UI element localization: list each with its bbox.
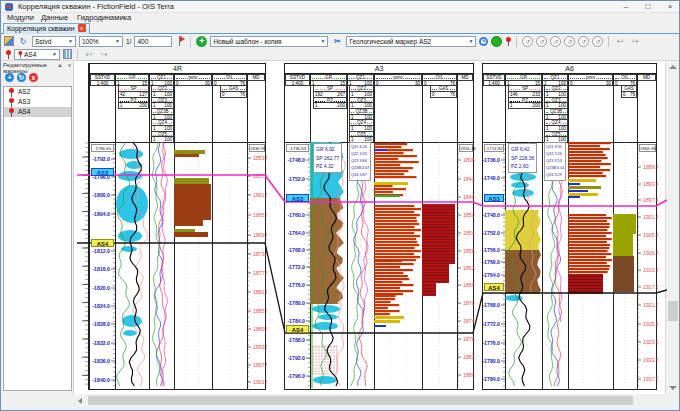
svg-text:-1800.0: -1800.0 — [92, 192, 110, 198]
marker-label-AS4[interactable]: AS4 — [484, 283, 504, 291]
vertical-scroll-thumb[interactable] — [668, 301, 678, 321]
svg-text:1870.0: 1870.0 — [463, 300, 475, 306]
tools-icon[interactable]: ✂ — [331, 35, 343, 47]
marker-label-AS3[interactable]: AS3 — [484, 194, 504, 202]
svg-text:-1784.0: -1784.0 — [483, 376, 500, 382]
minimize-button[interactable]: – — [615, 1, 637, 13]
horizontal-scrollbar[interactable] — [74, 394, 667, 407]
app-window: Корреляция скважин - FictionField - OIS … — [0, 0, 680, 411]
marker-label-AS4[interactable]: AS4 — [286, 325, 309, 333]
marker-item-AS3[interactable]: AS3 — [4, 97, 71, 107]
add-marker-button[interactable]: + — [5, 73, 14, 82]
svg-text:-1768.0: -1768.0 — [483, 302, 500, 308]
menu-item-hydrodynamics[interactable]: Гидродинамика — [77, 13, 131, 23]
log-tracks-graphic: -1748.0-1752.0-1760.0-1764.0-1768.0-1772… — [285, 64, 475, 391]
well-panel-A3: A3SSTVD1:400GR115SP192267PZ1200QZ11100QZ… — [284, 63, 474, 390]
svg-text:-1760.0: -1760.0 — [287, 212, 305, 218]
template-combobox[interactable]: Новый шаблон - копия▼ — [210, 36, 328, 47]
scale-input[interactable]: 400 — [134, 36, 172, 47]
markers-list: AS2AS3AS4 — [3, 86, 72, 391]
nav-button-4[interactable]: ↺ — [564, 36, 575, 47]
chevron-down-icon: ▼ — [65, 38, 73, 44]
scroll-left-icon[interactable] — [78, 398, 82, 404]
apply-button[interactable] — [491, 36, 502, 47]
menu-item-modules[interactable]: Модули — [7, 13, 34, 23]
marker-label-AS3[interactable]: AS3 — [286, 194, 309, 202]
redo-button[interactable]: ↪ — [98, 48, 110, 60]
svg-text:1873.5: 1873.5 — [253, 251, 267, 257]
scroll-down-icon[interactable] — [669, 386, 677, 390]
svg-text:-1776.0: -1776.0 — [483, 340, 500, 346]
zoom-combobox[interactable]: 100%▼ — [79, 36, 123, 47]
flag-icon[interactable] — [175, 36, 185, 47]
svg-text:1861.5: 1861.5 — [253, 192, 267, 198]
marker-item-AS2[interactable]: AS2 — [4, 87, 71, 97]
svg-text:1901.4: 1901.4 — [643, 214, 658, 220]
tab-close-icon[interactable]: x — [78, 24, 86, 32]
sstvd-top-value: -1736.63 — [286, 144, 309, 152]
nav-button-6[interactable]: ↺ — [592, 36, 603, 47]
marker-item-AS4[interactable]: AS4 — [4, 107, 71, 117]
curve-values-tooltip: GR 6.42 SP 228.36 PZ 2.60 — [508, 143, 537, 173]
svg-text:-1780.0: -1780.0 — [287, 300, 305, 306]
svg-text:1909.4: 1909.4 — [643, 250, 658, 256]
nav-button-2[interactable]: ↺ — [536, 36, 547, 47]
log-tracks-graphic: -1792.0-1796.0-1800.0-1804.0-1812.0-1816… — [90, 64, 267, 391]
svg-text:1842.0: 1842.0 — [463, 176, 475, 182]
vertical-scrollbar[interactable] — [665, 61, 679, 394]
active-marker-value: AS4 — [24, 51, 36, 58]
marker-label-AS4[interactable]: AS4 — [91, 239, 114, 247]
panel-close-icon[interactable]: x — [68, 62, 71, 68]
dock-pin-icon[interactable]: ▲ — [57, 62, 63, 68]
undo-button[interactable]: ↩ — [83, 48, 95, 60]
horizontal-scroll-thumb[interactable] — [88, 396, 633, 405]
md-top-value: 1830.95 — [249, 144, 265, 152]
tab-bar: Корреляция скважинx — [1, 23, 680, 34]
sstvd-combobox[interactable]: Sstvd▼ — [32, 36, 76, 47]
marker-pin-icon — [8, 98, 14, 107]
separator — [190, 36, 191, 47]
chevron-down-icon: ▼ — [112, 38, 120, 44]
svg-text:1881.5: 1881.5 — [253, 289, 267, 295]
svg-text:1838.0: 1838.0 — [463, 157, 475, 163]
maximize-button[interactable]: □ — [637, 1, 659, 13]
tab-correlation[interactable]: Корреляция скважинx — [3, 23, 90, 34]
svg-text:1882.0: 1882.0 — [463, 354, 475, 360]
refresh-button[interactable]: ↻ — [17, 35, 29, 47]
marker-label-AS3[interactable]: AS3 — [91, 168, 114, 176]
window-title: Корреляция скважин - FictionField - OIS … — [18, 2, 174, 11]
geo-marker-combobox[interactable]: Геологический маркер AS2▼ — [346, 36, 476, 47]
sstvd-top-value: -1786.65 — [91, 144, 114, 152]
nav-button-1[interactable]: ↺ — [522, 36, 533, 47]
svg-text:1858.0: 1858.0 — [463, 248, 475, 254]
active-marker-combobox[interactable]: AS4▼ — [14, 49, 60, 60]
svg-text:1854.0: 1854.0 — [463, 230, 475, 236]
scroll-up-icon[interactable] — [669, 65, 677, 69]
marker-pin-icon[interactable] — [505, 37, 511, 46]
svg-text:-1764.0: -1764.0 — [483, 272, 500, 278]
tab-label: Корреляция скважин — [7, 25, 75, 32]
curve-values-tooltip: GR 6.92 SP 262.77 PZ 4.32 — [313, 143, 342, 173]
svg-text:1866.0: 1866.0 — [463, 282, 475, 288]
chevron-down-icon: ▼ — [49, 51, 57, 57]
svg-text:-1836.0: -1836.0 — [92, 358, 110, 364]
columns-icon[interactable] — [63, 49, 72, 59]
add-template-button[interactable]: + — [196, 36, 207, 47]
undo-button[interactable]: ↩ — [614, 35, 626, 47]
redo-button[interactable]: ↪ — [629, 35, 641, 47]
nav-button-3[interactable]: ↺ — [550, 36, 561, 47]
sstvd-combo-value: Sstvd — [35, 38, 51, 45]
layers-icon[interactable] — [4, 36, 14, 46]
menu-item-data[interactable]: Данные — [41, 13, 68, 23]
status-filler — [1, 394, 74, 407]
toolbar-markers: AS4▼ ↩ ↪ — [1, 48, 680, 61]
nav-button-5[interactable]: ↺ — [578, 36, 589, 47]
refresh-markers-button[interactable]: ↻ — [17, 73, 26, 82]
gear-icon[interactable] — [479, 37, 488, 46]
svg-text:-1748.0: -1748.0 — [483, 212, 500, 218]
svg-text:1857.5: 1857.5 — [253, 173, 267, 179]
close-button[interactable]: × — [659, 1, 680, 13]
svg-text:1877.5: 1877.5 — [253, 270, 267, 276]
chevron-down-icon: ▼ — [465, 38, 473, 44]
delete-marker-button[interactable]: x — [29, 73, 38, 82]
